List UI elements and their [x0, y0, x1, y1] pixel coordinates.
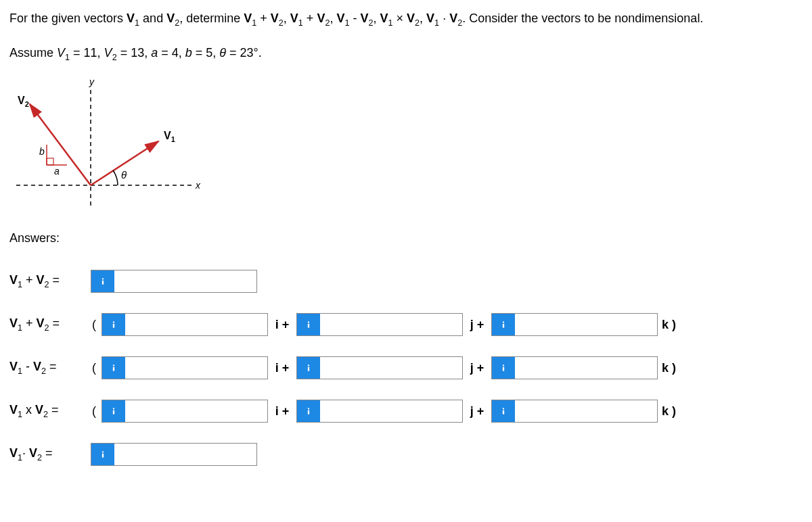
x-axis-label: x: [195, 180, 201, 191]
answer-row-sum: V1 + V2 = ( i + j + k ): [9, 313, 803, 336]
answer-row-magnitude: V1 + V2 =: [9, 270, 803, 293]
info-icon[interactable]: [492, 400, 515, 422]
cross-k-input[interactable]: [515, 400, 657, 422]
info-icon[interactable]: [297, 314, 320, 335]
i-unit: i +: [272, 404, 292, 419]
k-close: k ): [662, 404, 681, 419]
i-unit: i +: [272, 361, 292, 375]
diff-j-input[interactable]: [320, 357, 462, 379]
svg-point-23: [308, 408, 309, 409]
input-group: [296, 313, 463, 336]
v1-label: V1: [164, 130, 175, 143]
svg-point-15: [113, 364, 114, 366]
row-label: V1 x V2 =: [9, 403, 87, 419]
row-label: V1· V2 =: [9, 446, 87, 462]
info-icon[interactable]: [102, 357, 125, 379]
info-icon[interactable]: [91, 270, 114, 292]
dot-input[interactable]: [114, 444, 256, 465]
svg-rect-16: [113, 367, 114, 371]
answer-row-cross: V1 x V2 = ( i + j + k ): [9, 400, 803, 423]
svg-rect-6: [47, 158, 53, 165]
row-label: V1 - V2 =: [9, 360, 87, 376]
input-group: [91, 270, 257, 293]
cross-i-input[interactable]: [125, 400, 267, 422]
answer-row-diff: V1 - V2 = ( i + j + k ): [9, 356, 803, 379]
problem-line-1: For the given vectors V1 and V2, determi…: [9, 8, 803, 30]
svg-point-21: [113, 408, 114, 409]
b-label: b: [39, 146, 45, 157]
svg-point-27: [102, 451, 104, 452]
svg-point-9: [113, 321, 114, 323]
svg-rect-28: [102, 454, 104, 458]
diff-k-input[interactable]: [515, 357, 657, 379]
problem-line-2: Assume V1 = 11, V2 = 13, a = 4, b = 5, θ…: [9, 43, 803, 65]
j-unit: j +: [467, 318, 487, 332]
svg-rect-14: [503, 324, 504, 328]
sum-j-input[interactable]: [320, 314, 462, 335]
row-label: V1 + V2 =: [9, 316, 87, 333]
v2-label: V2: [18, 95, 29, 108]
svg-rect-18: [308, 367, 309, 371]
svg-point-19: [503, 364, 504, 366]
answers-heading: Answers:: [9, 231, 803, 245]
answer-input-magnitude[interactable]: [114, 270, 256, 292]
answer-row-dot: V1· V2 =: [9, 443, 803, 466]
input-group: [102, 313, 268, 336]
svg-rect-10: [113, 324, 114, 328]
i-unit: i +: [272, 318, 292, 332]
sum-i-input[interactable]: [125, 314, 267, 335]
svg-rect-20: [503, 367, 504, 371]
info-icon[interactable]: [102, 314, 125, 335]
svg-rect-8: [102, 281, 104, 285]
svg-rect-22: [113, 410, 114, 414]
y-axis-label: y: [89, 77, 95, 87]
info-icon[interactable]: [297, 400, 320, 422]
j-unit: j +: [467, 361, 487, 375]
vector-figure: x y V1 θ V2 a b: [9, 77, 212, 219]
info-icon[interactable]: [492, 314, 515, 335]
svg-line-3: [30, 104, 91, 185]
a-label: a: [54, 166, 60, 176]
sum-k-input[interactable]: [515, 314, 657, 335]
cross-j-input[interactable]: [320, 400, 462, 422]
row-label: V1 + V2 =: [9, 273, 87, 289]
k-close: k ): [662, 318, 681, 332]
input-group: [491, 313, 658, 336]
svg-point-25: [503, 408, 504, 409]
open-paren: (: [91, 318, 97, 332]
info-icon[interactable]: [102, 400, 125, 422]
theta-label: θ: [121, 169, 127, 181]
info-icon[interactable]: [297, 357, 320, 379]
open-paren: (: [91, 404, 97, 419]
info-icon[interactable]: [91, 444, 114, 465]
open-paren: (: [91, 361, 97, 375]
svg-point-17: [308, 364, 309, 366]
j-unit: j +: [467, 404, 487, 419]
svg-point-13: [503, 321, 504, 323]
svg-point-11: [308, 321, 309, 323]
svg-rect-24: [308, 410, 309, 414]
problem-statement: For the given vectors V1 and V2, determi…: [9, 8, 803, 65]
svg-rect-12: [308, 324, 309, 328]
k-close: k ): [662, 361, 681, 375]
svg-point-7: [102, 278, 104, 279]
svg-rect-26: [503, 410, 504, 414]
info-icon[interactable]: [492, 357, 515, 379]
diff-i-input[interactable]: [125, 357, 267, 379]
